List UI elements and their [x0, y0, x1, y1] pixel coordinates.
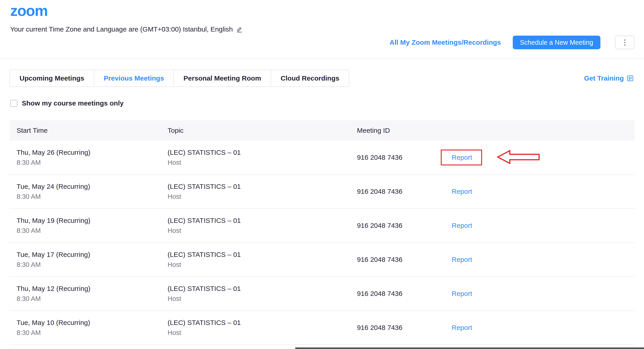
- training-icon: [626, 75, 634, 82]
- horizontal-scrollbar[interactable]: [295, 348, 644, 349]
- table-header-row: Start Time Topic Meeting ID: [10, 120, 634, 141]
- meeting-date: Thu, May 12 (Recurring): [16, 285, 168, 293]
- meeting-id: 916 2048 7436: [357, 324, 451, 332]
- meeting-role: Host: [168, 193, 357, 200]
- meetings-tab-bar: Upcoming Meetings Previous Meetings Pers…: [10, 70, 349, 87]
- meeting-topic: (LEC) STATISTICS – 01: [168, 149, 357, 156]
- ellipsis-dot: [624, 42, 626, 43]
- meetings-table-body: Thu, May 26 (Recurring) 8:30 AM (LEC) ST…: [10, 141, 634, 345]
- meeting-id: 916 2048 7436: [357, 154, 451, 161]
- meeting-time: 8:30 AM: [16, 193, 168, 200]
- timezone-row: Your current Time Zone and Language are …: [10, 25, 243, 33]
- meeting-topic: (LEC) STATISTICS – 01: [168, 285, 357, 293]
- meeting-id: 916 2048 7436: [357, 188, 451, 195]
- table-row: Tue, May 24 (Recurring) 8:30 AM (LEC) ST…: [10, 175, 634, 209]
- edit-timezone-icon[interactable]: [236, 26, 243, 33]
- meeting-date: Tue, May 10 (Recurring): [16, 319, 168, 327]
- meeting-role: Host: [168, 329, 357, 337]
- meeting-topic: (LEC) STATISTICS – 01: [168, 319, 357, 327]
- column-header-start-time: Start Time: [10, 127, 168, 134]
- meeting-topic: (LEC) STATISTICS – 01: [168, 183, 357, 190]
- header-divider: [0, 58, 644, 59]
- table-row: Thu, May 19 (Recurring) 8:30 AM (LEC) ST…: [10, 209, 634, 243]
- report-highlight-box: Report: [441, 184, 482, 199]
- meeting-role: Host: [168, 159, 357, 166]
- report-link[interactable]: Report: [452, 188, 472, 195]
- table-row: Thu, May 26 (Recurring) 8:30 AM (LEC) ST…: [10, 141, 634, 175]
- report-link[interactable]: Report: [452, 324, 472, 332]
- more-options-button[interactable]: [615, 36, 634, 49]
- header-actions: All My Zoom Meetings/Recordings Schedule…: [390, 36, 634, 49]
- meeting-topic: (LEC) STATISTICS – 01: [168, 217, 357, 224]
- report-highlight-box: Report: [441, 150, 482, 165]
- meeting-time: 8:30 AM: [16, 159, 168, 166]
- previous-meetings-table: Start Time Topic Meeting ID Thu, May 26 …: [10, 120, 634, 345]
- meeting-date: Tue, May 24 (Recurring): [16, 183, 168, 190]
- report-link[interactable]: Report: [452, 222, 472, 229]
- meeting-time: 8:30 AM: [16, 227, 168, 234]
- report-link[interactable]: Report: [452, 154, 472, 161]
- report-link[interactable]: Report: [452, 290, 472, 298]
- tab-cloud-recordings[interactable]: Cloud Recordings: [271, 70, 349, 87]
- get-training-label: Get Training: [584, 74, 624, 82]
- course-meetings-checkbox-label: Show my course meetings only: [22, 99, 124, 107]
- report-highlight-box: Report: [441, 320, 482, 336]
- zoom-logo: zoom: [10, 3, 48, 18]
- meeting-date: Thu, May 26 (Recurring): [16, 149, 168, 156]
- meeting-id: 916 2048 7436: [357, 290, 451, 298]
- report-highlight-box: Report: [441, 218, 482, 234]
- table-row: Tue, May 17 (Recurring) 8:30 AM (LEC) ST…: [10, 243, 634, 277]
- tab-previous-meetings[interactable]: Previous Meetings: [94, 70, 174, 87]
- meeting-topic: (LEC) STATISTICS – 01: [168, 251, 357, 259]
- get-training-link[interactable]: Get Training: [584, 70, 634, 87]
- table-row: Tue, May 10 (Recurring) 8:30 AM (LEC) ST…: [10, 311, 634, 345]
- meeting-time: 8:30 AM: [16, 295, 168, 303]
- tab-upcoming-meetings[interactable]: Upcoming Meetings: [10, 70, 94, 87]
- meeting-role: Host: [168, 227, 357, 234]
- report-highlight-box: Report: [441, 286, 482, 302]
- all-meetings-link[interactable]: All My Zoom Meetings/Recordings: [390, 38, 501, 46]
- meeting-time: 8:30 AM: [16, 261, 168, 269]
- ellipsis-dot: [624, 44, 626, 46]
- column-header-meeting-id: Meeting ID: [357, 127, 451, 134]
- meeting-role: Host: [168, 295, 357, 303]
- meeting-id: 916 2048 7436: [357, 222, 451, 229]
- red-arrow-annotation-icon: [497, 150, 540, 165]
- timezone-text: Your current Time Zone and Language are …: [10, 25, 233, 33]
- meeting-time: 8:30 AM: [16, 329, 168, 337]
- column-header-topic: Topic: [168, 127, 357, 134]
- meeting-date: Tue, May 17 (Recurring): [16, 251, 168, 259]
- meeting-role: Host: [168, 261, 357, 269]
- filter-row: Show my course meetings only: [10, 99, 124, 107]
- course-meetings-checkbox[interactable]: [10, 100, 17, 107]
- meeting-date: Thu, May 19 (Recurring): [16, 217, 168, 224]
- report-link[interactable]: Report: [452, 256, 472, 264]
- tab-personal-meeting-room[interactable]: Personal Meeting Room: [174, 70, 271, 87]
- meeting-id: 916 2048 7436: [357, 256, 451, 264]
- ellipsis-dot: [624, 39, 626, 41]
- schedule-new-meeting-button[interactable]: Schedule a New Meeting: [513, 36, 600, 49]
- report-highlight-box: Report: [441, 252, 482, 268]
- table-row: Thu, May 12 (Recurring) 8:30 AM (LEC) ST…: [10, 277, 634, 311]
